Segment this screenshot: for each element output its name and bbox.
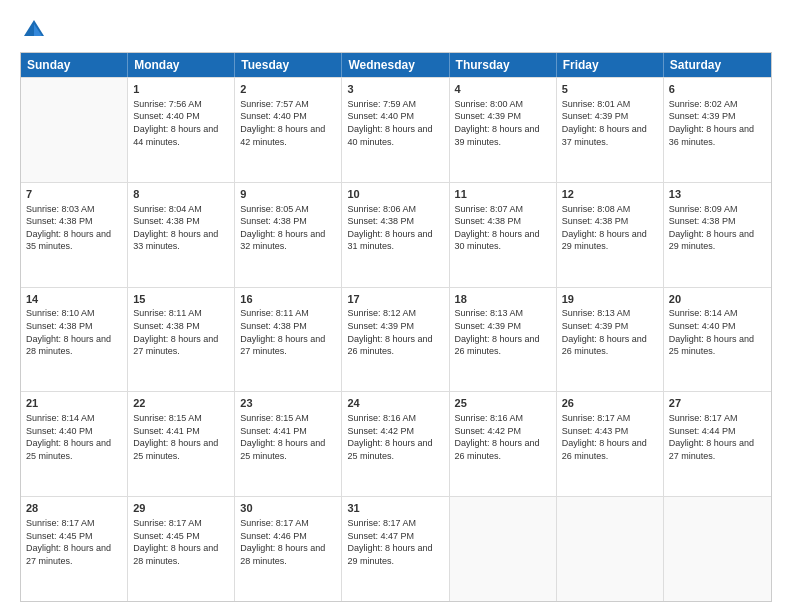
cell-info: Sunrise: 8:17 AMSunset: 4:45 PMDaylight:… [133, 517, 229, 567]
day-cell-3: 3Sunrise: 7:59 AMSunset: 4:40 PMDaylight… [342, 78, 449, 182]
day-cell-30: 30Sunrise: 8:17 AMSunset: 4:46 PMDayligh… [235, 497, 342, 601]
cell-info: Sunrise: 8:04 AMSunset: 4:38 PMDaylight:… [133, 203, 229, 253]
day-cell-6: 6Sunrise: 8:02 AMSunset: 4:39 PMDaylight… [664, 78, 771, 182]
day-cell-17: 17Sunrise: 8:12 AMSunset: 4:39 PMDayligh… [342, 288, 449, 392]
day-number: 20 [669, 292, 766, 307]
day-number: 15 [133, 292, 229, 307]
day-cell-16: 16Sunrise: 8:11 AMSunset: 4:38 PMDayligh… [235, 288, 342, 392]
day-cell-1: 1Sunrise: 7:56 AMSunset: 4:40 PMDaylight… [128, 78, 235, 182]
calendar-row-3: 14Sunrise: 8:10 AMSunset: 4:38 PMDayligh… [21, 287, 771, 392]
cell-info: Sunrise: 8:15 AMSunset: 4:41 PMDaylight:… [133, 412, 229, 462]
day-number: 28 [26, 501, 122, 516]
calendar-row-2: 7Sunrise: 8:03 AMSunset: 4:38 PMDaylight… [21, 182, 771, 287]
cell-info: Sunrise: 8:17 AMSunset: 4:45 PMDaylight:… [26, 517, 122, 567]
calendar-row-1: 1Sunrise: 7:56 AMSunset: 4:40 PMDaylight… [21, 77, 771, 182]
cell-info: Sunrise: 8:17 AMSunset: 4:47 PMDaylight:… [347, 517, 443, 567]
empty-cell [664, 497, 771, 601]
day-number: 12 [562, 187, 658, 202]
day-number: 16 [240, 292, 336, 307]
header-day-saturday: Saturday [664, 53, 771, 77]
day-cell-24: 24Sunrise: 8:16 AMSunset: 4:42 PMDayligh… [342, 392, 449, 496]
day-number: 3 [347, 82, 443, 97]
day-cell-26: 26Sunrise: 8:17 AMSunset: 4:43 PMDayligh… [557, 392, 664, 496]
cell-info: Sunrise: 8:08 AMSunset: 4:38 PMDaylight:… [562, 203, 658, 253]
day-number: 19 [562, 292, 658, 307]
header-day-thursday: Thursday [450, 53, 557, 77]
day-cell-23: 23Sunrise: 8:15 AMSunset: 4:41 PMDayligh… [235, 392, 342, 496]
cell-info: Sunrise: 8:01 AMSunset: 4:39 PMDaylight:… [562, 98, 658, 148]
empty-cell [21, 78, 128, 182]
day-cell-18: 18Sunrise: 8:13 AMSunset: 4:39 PMDayligh… [450, 288, 557, 392]
cell-info: Sunrise: 8:15 AMSunset: 4:41 PMDaylight:… [240, 412, 336, 462]
day-number: 23 [240, 396, 336, 411]
day-number: 14 [26, 292, 122, 307]
calendar-body: 1Sunrise: 7:56 AMSunset: 4:40 PMDaylight… [21, 77, 771, 601]
day-number: 17 [347, 292, 443, 307]
day-number: 30 [240, 501, 336, 516]
header-day-friday: Friday [557, 53, 664, 77]
day-number: 8 [133, 187, 229, 202]
logo [20, 16, 52, 44]
logo-icon [20, 16, 48, 44]
cell-info: Sunrise: 8:14 AMSunset: 4:40 PMDaylight:… [669, 307, 766, 357]
cell-info: Sunrise: 8:05 AMSunset: 4:38 PMDaylight:… [240, 203, 336, 253]
day-number: 6 [669, 82, 766, 97]
cell-info: Sunrise: 8:16 AMSunset: 4:42 PMDaylight:… [455, 412, 551, 462]
empty-cell [450, 497, 557, 601]
day-number: 18 [455, 292, 551, 307]
cell-info: Sunrise: 8:12 AMSunset: 4:39 PMDaylight:… [347, 307, 443, 357]
header-day-monday: Monday [128, 53, 235, 77]
calendar-page: SundayMondayTuesdayWednesdayThursdayFrid… [0, 0, 792, 612]
day-cell-12: 12Sunrise: 8:08 AMSunset: 4:38 PMDayligh… [557, 183, 664, 287]
cell-info: Sunrise: 8:13 AMSunset: 4:39 PMDaylight:… [455, 307, 551, 357]
day-cell-19: 19Sunrise: 8:13 AMSunset: 4:39 PMDayligh… [557, 288, 664, 392]
day-cell-20: 20Sunrise: 8:14 AMSunset: 4:40 PMDayligh… [664, 288, 771, 392]
cell-info: Sunrise: 8:17 AMSunset: 4:44 PMDaylight:… [669, 412, 766, 462]
day-cell-11: 11Sunrise: 8:07 AMSunset: 4:38 PMDayligh… [450, 183, 557, 287]
day-number: 11 [455, 187, 551, 202]
cell-info: Sunrise: 8:10 AMSunset: 4:38 PMDaylight:… [26, 307, 122, 357]
day-number: 21 [26, 396, 122, 411]
cell-info: Sunrise: 7:56 AMSunset: 4:40 PMDaylight:… [133, 98, 229, 148]
day-number: 26 [562, 396, 658, 411]
day-cell-31: 31Sunrise: 8:17 AMSunset: 4:47 PMDayligh… [342, 497, 449, 601]
day-number: 9 [240, 187, 336, 202]
day-number: 4 [455, 82, 551, 97]
day-cell-25: 25Sunrise: 8:16 AMSunset: 4:42 PMDayligh… [450, 392, 557, 496]
cell-info: Sunrise: 8:14 AMSunset: 4:40 PMDaylight:… [26, 412, 122, 462]
calendar-row-5: 28Sunrise: 8:17 AMSunset: 4:45 PMDayligh… [21, 496, 771, 601]
cell-info: Sunrise: 8:09 AMSunset: 4:38 PMDaylight:… [669, 203, 766, 253]
day-cell-15: 15Sunrise: 8:11 AMSunset: 4:38 PMDayligh… [128, 288, 235, 392]
day-number: 13 [669, 187, 766, 202]
day-number: 10 [347, 187, 443, 202]
day-cell-14: 14Sunrise: 8:10 AMSunset: 4:38 PMDayligh… [21, 288, 128, 392]
day-cell-22: 22Sunrise: 8:15 AMSunset: 4:41 PMDayligh… [128, 392, 235, 496]
day-number: 2 [240, 82, 336, 97]
header-day-tuesday: Tuesday [235, 53, 342, 77]
header [20, 16, 772, 44]
day-cell-4: 4Sunrise: 8:00 AMSunset: 4:39 PMDaylight… [450, 78, 557, 182]
cell-info: Sunrise: 8:17 AMSunset: 4:46 PMDaylight:… [240, 517, 336, 567]
day-number: 7 [26, 187, 122, 202]
day-cell-29: 29Sunrise: 8:17 AMSunset: 4:45 PMDayligh… [128, 497, 235, 601]
cell-info: Sunrise: 8:16 AMSunset: 4:42 PMDaylight:… [347, 412, 443, 462]
calendar-row-4: 21Sunrise: 8:14 AMSunset: 4:40 PMDayligh… [21, 391, 771, 496]
day-number: 31 [347, 501, 443, 516]
cell-info: Sunrise: 7:57 AMSunset: 4:40 PMDaylight:… [240, 98, 336, 148]
day-cell-2: 2Sunrise: 7:57 AMSunset: 4:40 PMDaylight… [235, 78, 342, 182]
day-number: 29 [133, 501, 229, 516]
cell-info: Sunrise: 7:59 AMSunset: 4:40 PMDaylight:… [347, 98, 443, 148]
header-day-wednesday: Wednesday [342, 53, 449, 77]
calendar: SundayMondayTuesdayWednesdayThursdayFrid… [20, 52, 772, 602]
day-cell-9: 9Sunrise: 8:05 AMSunset: 4:38 PMDaylight… [235, 183, 342, 287]
calendar-header: SundayMondayTuesdayWednesdayThursdayFrid… [21, 53, 771, 77]
cell-info: Sunrise: 8:07 AMSunset: 4:38 PMDaylight:… [455, 203, 551, 253]
cell-info: Sunrise: 8:17 AMSunset: 4:43 PMDaylight:… [562, 412, 658, 462]
cell-info: Sunrise: 8:02 AMSunset: 4:39 PMDaylight:… [669, 98, 766, 148]
day-cell-21: 21Sunrise: 8:14 AMSunset: 4:40 PMDayligh… [21, 392, 128, 496]
day-number: 24 [347, 396, 443, 411]
day-number: 1 [133, 82, 229, 97]
cell-info: Sunrise: 8:11 AMSunset: 4:38 PMDaylight:… [240, 307, 336, 357]
day-cell-5: 5Sunrise: 8:01 AMSunset: 4:39 PMDaylight… [557, 78, 664, 182]
cell-info: Sunrise: 8:13 AMSunset: 4:39 PMDaylight:… [562, 307, 658, 357]
